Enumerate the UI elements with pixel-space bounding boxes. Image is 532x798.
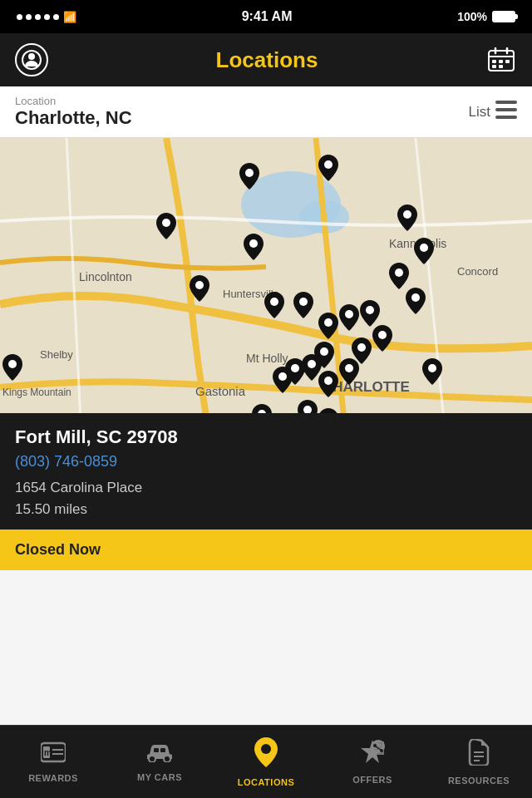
location-info: Location Charlotte, NC: [15, 95, 132, 129]
svg-text:m: m: [44, 748, 52, 757]
list-view-button[interactable]: List: [469, 101, 517, 123]
rewards-label: REWARDS: [28, 773, 78, 783]
locations-icon: [254, 737, 278, 773]
locations-label: LOCATIONS: [238, 777, 294, 787]
popup-address: 1654 Carolina Place 15.50 miles: [15, 477, 517, 520]
tab-resources[interactable]: RESOURCES: [426, 739, 532, 786]
svg-rect-8: [505, 60, 510, 63]
svg-point-70: [164, 756, 170, 762]
svg-text:Concord: Concord: [457, 265, 498, 278]
svg-text:Kannapolis: Kannapolis: [389, 237, 446, 250]
svg-point-0: [28, 53, 35, 60]
svg-rect-10: [499, 65, 503, 68]
status-bar: 📶 9:41 AM 100%: [0, 0, 532, 33]
resources-icon: [468, 739, 490, 771]
page-title: Locations: [216, 47, 318, 73]
svg-text:Lincolnton: Lincolnton: [79, 270, 132, 283]
location-label: Location: [15, 95, 132, 107]
svg-rect-11: [495, 101, 517, 104]
tab-locations[interactable]: LOCATIONS: [213, 737, 319, 787]
svg-text:Mt Holly: Mt Holly: [246, 352, 288, 365]
svg-text:CHARLOTTE: CHARLOTTE: [323, 379, 410, 395]
popup-phone[interactable]: (803) 746-0859: [15, 453, 517, 470]
location-city: Charlotte, NC: [15, 107, 132, 129]
popup-content: Fort Mill, SC 29708 (803) 746-0859 1654 …: [0, 413, 532, 530]
svg-rect-9: [492, 65, 496, 68]
status-time: 9:41 AM: [242, 9, 293, 24]
svg-point-73: [261, 744, 271, 754]
offers-label: OFFERS: [352, 775, 392, 785]
tab-offers[interactable]: OFFERS: [319, 740, 426, 785]
calendar-button[interactable]: [485, 45, 517, 75]
location-popup[interactable]: Fort Mill, SC 29708 (803) 746-0859 1654 …: [0, 413, 532, 570]
list-icon: [495, 101, 517, 123]
svg-rect-12: [495, 108, 517, 111]
status-right: 100%: [457, 10, 515, 23]
location-bar: Location Charlotte, NC List: [0, 86, 532, 138]
battery-icon: [492, 11, 515, 22]
svg-rect-6: [492, 60, 496, 63]
svg-point-69: [149, 756, 155, 762]
tab-bar: m REWARDS MY CARS LOCATIONS: [0, 725, 532, 798]
svg-text:Gastonia: Gastonia: [195, 384, 246, 398]
svg-rect-7: [499, 60, 503, 63]
svg-rect-13: [495, 116, 517, 119]
svg-rect-71: [154, 748, 159, 752]
mycars-icon: [145, 741, 175, 768]
svg-text:Kings Mountain: Kings Mountain: [2, 387, 71, 398]
svg-point-77: [380, 749, 383, 752]
svg-text:Shelby: Shelby: [40, 348, 73, 361]
battery-percent: 100%: [457, 10, 487, 23]
tab-rewards[interactable]: m REWARDS: [0, 741, 106, 783]
nav-header: Locations: [0, 33, 532, 86]
signal-dots: [17, 14, 59, 20]
popup-status[interactable]: Closed Now: [0, 530, 532, 570]
map-area[interactable]: Lincolnton Huntersville Kannapolis Conco…: [0, 138, 532, 570]
tab-mycars[interactable]: MY CARS: [106, 741, 213, 782]
popup-city: Fort Mill, SC 29708: [15, 426, 517, 448]
resources-label: RESOURCES: [448, 776, 510, 786]
status-left: 📶: [17, 11, 76, 23]
offers-icon: [360, 740, 385, 771]
list-label: List: [469, 104, 490, 121]
wifi-icon: 📶: [63, 11, 76, 23]
svg-rect-72: [160, 748, 165, 752]
svg-point-76: [373, 744, 377, 747]
profile-button[interactable]: [15, 43, 48, 76]
mycars-label: MY CARS: [137, 772, 182, 782]
svg-text:Huntersville: Huntersville: [223, 288, 279, 300]
rewards-icon: m: [41, 741, 66, 769]
